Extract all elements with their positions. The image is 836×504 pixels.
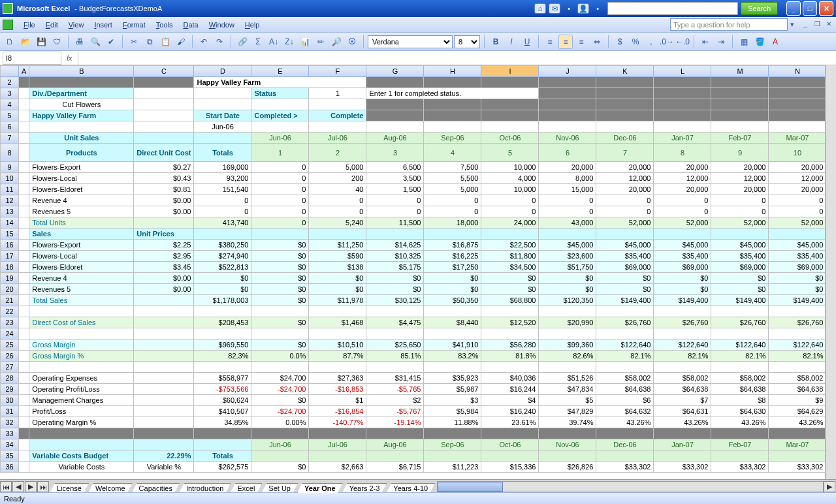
cell[interactable]: $33,302	[596, 462, 654, 473]
cell[interactable]: $33,302	[711, 462, 769, 473]
cell[interactable]: 82.6%	[539, 351, 596, 362]
total-sales-label[interactable]: Total Sales	[29, 295, 134, 306]
cell[interactable]: $0.43	[134, 173, 194, 184]
month-header[interactable]: Oct-06	[481, 133, 539, 144]
cell[interactable]: 24,000	[481, 217, 539, 228]
cell[interactable]: $522,813	[194, 262, 251, 273]
cell[interactable]: $0	[251, 240, 309, 251]
tab-next-icon[interactable]: ▶	[25, 481, 37, 492]
month-header[interactable]: Aug-06	[366, 133, 424, 144]
row-header-8[interactable]: 8	[1, 144, 19, 162]
cell[interactable]: $47,834	[539, 384, 596, 395]
cell[interactable]: $7	[654, 395, 711, 406]
cell[interactable]: Jun-06	[251, 439, 309, 450]
vcb-label[interactable]: Variable Costs Budget	[29, 450, 134, 462]
mail-icon[interactable]: ✉	[549, 3, 560, 14]
cell[interactable]: 82.3%	[194, 351, 251, 362]
cell[interactable]: 43,000	[539, 217, 596, 228]
cell[interactable]: $122,640	[596, 339, 654, 351]
products-header[interactable]: Products	[29, 144, 134, 162]
row-header-33[interactable]: 33	[1, 428, 19, 439]
vertical-scrollbar[interactable]	[825, 65, 836, 479]
cell[interactable]: 81.8%	[481, 351, 539, 362]
cell[interactable]: Operating Profit/Loss	[29, 384, 134, 395]
cell[interactable]: $11,250	[309, 240, 366, 251]
cell[interactable]: 0	[769, 195, 826, 206]
cell[interactable]: 82.1%	[711, 351, 769, 362]
cell[interactable]: $0	[251, 339, 309, 351]
row-header-5[interactable]: 5	[1, 110, 19, 121]
close-button[interactable]: ✕	[819, 1, 833, 16]
sales-header[interactable]: Sales	[29, 228, 134, 240]
cell[interactable]: $10,510	[309, 339, 366, 351]
col-header-B[interactable]: B	[29, 66, 134, 77]
font-select[interactable]: Verdana	[368, 35, 453, 48]
decrease-decimal-icon[interactable]: ←.0	[675, 35, 690, 49]
worksheet-grid[interactable]: ABCDEFGHIJKLMN 2Happy Valley Farm3Div./D…	[0, 65, 836, 479]
cell[interactable]: $0	[769, 284, 826, 295]
menu-data[interactable]: Data	[178, 19, 203, 31]
cell[interactable]: Operating Margin %	[29, 417, 134, 428]
help-icon[interactable]: ⦿	[345, 35, 359, 49]
cell[interactable]: $0.00	[134, 284, 194, 295]
help-search-input[interactable]: Type a question for help	[670, 18, 788, 31]
cell[interactable]: $35,400	[596, 251, 654, 262]
cell[interactable]: 10,000	[481, 162, 539, 173]
col-header-J[interactable]: J	[539, 66, 596, 77]
tab-first-icon[interactable]: ⏮	[0, 481, 12, 492]
cell[interactable]: 0	[251, 162, 309, 173]
sheet-tab-year-one[interactable]: Year One	[297, 483, 343, 493]
borders-icon[interactable]: ▦	[737, 35, 751, 49]
cell[interactable]: Jul-06	[309, 439, 366, 450]
cut-icon[interactable]: ✂	[127, 35, 141, 49]
print-icon[interactable]: 🖶	[72, 35, 87, 49]
row-header-13[interactable]: 13	[1, 206, 19, 217]
cell[interactable]: $69,000	[654, 262, 711, 273]
month-num[interactable]: 8	[654, 144, 711, 162]
cell[interactable]: 0	[539, 206, 596, 217]
zoom-icon[interactable]: 🔎	[329, 35, 344, 49]
bold-icon[interactable]: B	[489, 35, 503, 49]
cell[interactable]: 0	[366, 195, 424, 206]
decrease-indent-icon[interactable]: ⇤	[698, 35, 713, 49]
cell[interactable]: $0	[251, 317, 309, 328]
cell[interactable]: 0	[366, 206, 424, 217]
row-header-30[interactable]: 30	[1, 395, 19, 406]
cell[interactable]: $0	[711, 284, 769, 295]
cell[interactable]: $25,650	[366, 339, 424, 351]
cell[interactable]: $58,002	[596, 373, 654, 384]
cell[interactable]: 0	[424, 206, 481, 217]
cell[interactable]: $56,280	[481, 339, 539, 351]
print-preview-icon[interactable]: 🔍	[88, 35, 103, 49]
cell[interactable]: $69,000	[596, 262, 654, 273]
cell[interactable]: 23.61%	[481, 417, 539, 428]
workbook-minimize-button[interactable]: _	[801, 20, 810, 29]
product[interactable]: Revenue 4	[29, 195, 134, 206]
cell[interactable]: $31,415	[366, 373, 424, 384]
div-dept-label[interactable]: Div./Department	[29, 88, 134, 99]
col-header-F[interactable]: F	[309, 66, 366, 77]
cell[interactable]: $4	[481, 395, 539, 406]
cell[interactable]: $120,350	[539, 295, 596, 306]
cell[interactable]: -19.14%	[366, 417, 424, 428]
cell[interactable]: $9	[769, 395, 826, 406]
cell[interactable]: $0	[251, 251, 309, 262]
new-icon[interactable]: 🗋	[3, 35, 17, 49]
cell[interactable]: $122,640	[769, 339, 826, 351]
menu-insert[interactable]: Insert	[89, 19, 118, 31]
cell[interactable]: 10,000	[481, 184, 539, 195]
minimize-button[interactable]: _	[786, 1, 801, 16]
maximize-button[interactable]: □	[803, 1, 817, 16]
cell[interactable]: 0	[194, 206, 251, 217]
total-units-label[interactable]: Total Units	[29, 217, 134, 228]
cell[interactable]: 6,500	[366, 162, 424, 173]
cell[interactable]: Jan-07	[654, 439, 711, 450]
comma-icon[interactable]: ,	[644, 35, 658, 49]
menu-help[interactable]: Help	[240, 19, 265, 31]
sheet-tab-set-up[interactable]: Set Up	[261, 483, 298, 493]
cell[interactable]: $15,336	[481, 462, 539, 473]
row-header-3[interactable]: 3	[1, 88, 19, 99]
cell[interactable]: $10,325	[366, 251, 424, 262]
col-header-H[interactable]: H	[424, 66, 481, 77]
cell[interactable]: $149,400	[769, 295, 826, 306]
